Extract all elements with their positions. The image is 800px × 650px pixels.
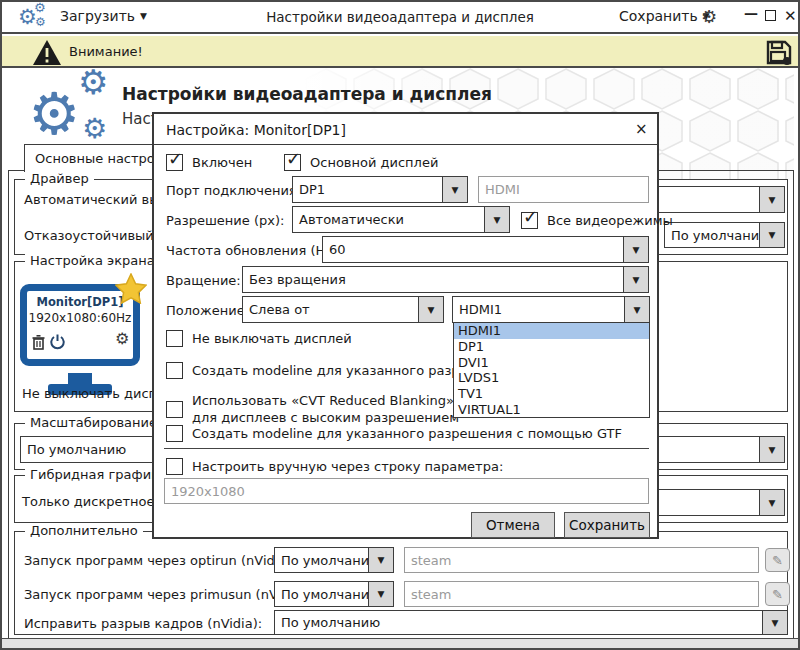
extra-legend: Дополнительно — [25, 523, 143, 538]
hybrid-legend: Гибридная графика — [25, 467, 172, 482]
cvt-label-line2: для дисплеев с высоким разрешением — [192, 410, 459, 425]
dont-poweroff-checkbox[interactable]: Не выключать дисплей — [166, 330, 352, 347]
chevron-down-icon[interactable]: ▼ — [623, 267, 648, 292]
tearfix-combobox[interactable]: По умолчанию ▼ — [274, 610, 788, 635]
checkbox-checked[interactable] — [166, 154, 183, 171]
checkbox-unchecked[interactable] — [166, 330, 183, 347]
refresh-label: Частота обновления (Hz): — [166, 243, 342, 258]
primusun-app-input[interactable] — [404, 581, 759, 607]
dropdown-option[interactable]: VIRTUAL1 — [454, 401, 649, 417]
primary-display-checkbox[interactable]: Основной дисплей — [284, 154, 438, 171]
tab-main-settings[interactable]: Основные настройки — [24, 144, 164, 172]
position-combobox[interactable]: Слева от ▼ — [242, 296, 444, 323]
chevron-down-icon[interactable]: ▼ — [484, 207, 509, 232]
gtf-checkbox[interactable]: Создать modeline для указанного разрешен… — [166, 425, 622, 442]
dialog-separator — [164, 448, 649, 449]
rotation-combobox[interactable]: Без вращения ▼ — [242, 266, 649, 293]
resolution-label: Разрешение (px): — [166, 213, 284, 228]
relative-display-combobox[interactable]: HDMI1 ▼ — [452, 296, 650, 323]
dropdown-option-selected[interactable]: HDMI1 — [454, 323, 649, 339]
checkbox-checked[interactable] — [284, 154, 301, 171]
dropdown-option[interactable]: DVI1 — [454, 354, 649, 370]
port-custom-input[interactable] — [478, 176, 649, 203]
checkbox-checked[interactable] — [521, 212, 538, 229]
title-bar: ⚙ ⚙ ⚙ Загрузить ▼ Настройки видеоадаптер… — [2, 2, 798, 34]
chevron-down-icon[interactable]: ▼ — [623, 237, 648, 262]
save-floppy-icon[interactable] — [766, 40, 792, 65]
driver-failsafe-combobox[interactable]: По умолчанию ▼ — [664, 222, 785, 248]
dialog-save-button[interactable]: Сохранить — [564, 512, 650, 538]
warning-text: Внимание! — [69, 44, 143, 59]
save-menu-button[interactable]: Сохранить ▼ — [619, 8, 710, 24]
enabled-checkbox[interactable]: Включен — [166, 154, 252, 171]
checkbox-unchecked[interactable] — [166, 401, 183, 418]
dropdown-option[interactable]: DP1 — [454, 339, 649, 355]
relative-display-dropdown-list: HDMI1 DP1 DVI1 LVDS1 TV1 VIRTUAL1 — [453, 322, 650, 418]
save-menu-label: Сохранить — [619, 8, 698, 24]
warning-triangle-icon — [32, 39, 62, 66]
pencil-icon: ✎ — [772, 553, 783, 568]
dropdown-option[interactable]: LVDS1 — [454, 370, 649, 386]
settings-gear-icon[interactable]: ⚙ — [701, 6, 717, 27]
checkbox-unchecked[interactable] — [166, 362, 183, 379]
refresh-combobox[interactable]: 60 ▼ — [322, 236, 649, 263]
manual-param-input[interactable] — [164, 478, 649, 504]
app-window: ⚙ ⚙ ⚙ Загрузить ▼ Настройки видеоадаптер… — [0, 0, 800, 650]
primusun-edit-button[interactable]: ✎ — [765, 582, 790, 606]
delete-trash-icon[interactable] — [32, 335, 45, 350]
minimize-button[interactable]: — — [744, 5, 758, 21]
optirun-app-input[interactable] — [404, 547, 759, 573]
page-title: Настройки видеоадаптера и дисплея — [122, 84, 492, 104]
monitor-settings-dialog: Настройка: Monitor[DP1] × Включен Основн… — [152, 112, 659, 539]
monitor-gear-icon[interactable]: ⚙ — [115, 329, 129, 348]
warning-bar: Внимание! — [2, 36, 798, 68]
cancel-button[interactable]: Отмена — [471, 512, 555, 538]
chevron-down-icon[interactable]: ▼ — [368, 548, 393, 572]
rotation-label: Вращение: — [166, 273, 241, 288]
optirun-label: Запуск программ через optirun (nVidia): — [24, 553, 296, 568]
chevron-down-icon[interactable]: ▼ — [759, 223, 784, 247]
dialog-title-separator — [154, 144, 657, 145]
chevron-down-icon[interactable]: ▼ — [624, 297, 649, 322]
position-label: Положение: — [166, 303, 249, 318]
chevron-down-icon[interactable]: ▼ — [762, 611, 787, 634]
manual-checkbox[interactable]: Настроить вручную через строку параметра… — [166, 458, 503, 475]
screen-setup-legend: Настройка экрана — [25, 253, 160, 268]
driver-legend: Драйвер — [25, 171, 94, 186]
tearfix-label: Исправить разрыв кадров (nVidia): — [24, 616, 262, 631]
dialog-close-icon[interactable]: × — [635, 120, 648, 138]
monitor-mode: 1920x1080:60Hz — [27, 311, 133, 325]
chevron-down-icon[interactable]: ▼ — [418, 297, 443, 322]
chevron-down-icon[interactable]: ▼ — [759, 187, 784, 212]
port-combobox[interactable]: DP1 ▼ — [292, 176, 468, 203]
checkbox-unchecked[interactable] — [166, 458, 183, 475]
resolution-combobox[interactable]: Автоматически ▼ — [292, 206, 510, 233]
optirun-edit-button[interactable]: ✎ — [765, 548, 790, 572]
checkbox-unchecked[interactable] — [166, 425, 183, 442]
port-label: Порт подключения: — [166, 183, 301, 198]
chevron-down-icon[interactable]: ▼ — [368, 582, 393, 606]
primusun-combobox[interactable]: По умолчанию ▼ — [274, 581, 394, 607]
dropdown-option[interactable]: TV1 — [454, 386, 649, 402]
window-bottom-strip — [2, 638, 798, 648]
chevron-down-icon[interactable]: ▼ — [442, 177, 467, 202]
dialog-title: Настройка: Monitor[DP1] — [166, 122, 346, 138]
primary-star-icon — [115, 273, 147, 304]
optirun-combobox[interactable]: По умолчанию ▼ — [274, 547, 394, 573]
close-window-button[interactable]: ✕ — [784, 7, 797, 25]
power-icon[interactable] — [50, 334, 65, 350]
all-videomodes-checkbox[interactable]: Все видеорежимы — [521, 212, 673, 229]
pencil-icon: ✎ — [772, 587, 783, 602]
chevron-down-icon[interactable]: ▼ — [759, 490, 784, 515]
maximize-button[interactable] — [765, 10, 776, 21]
chevron-down-icon[interactable]: ▼ — [759, 437, 784, 462]
primusun-label: Запуск программ через primusun (nVidia): — [24, 587, 310, 602]
